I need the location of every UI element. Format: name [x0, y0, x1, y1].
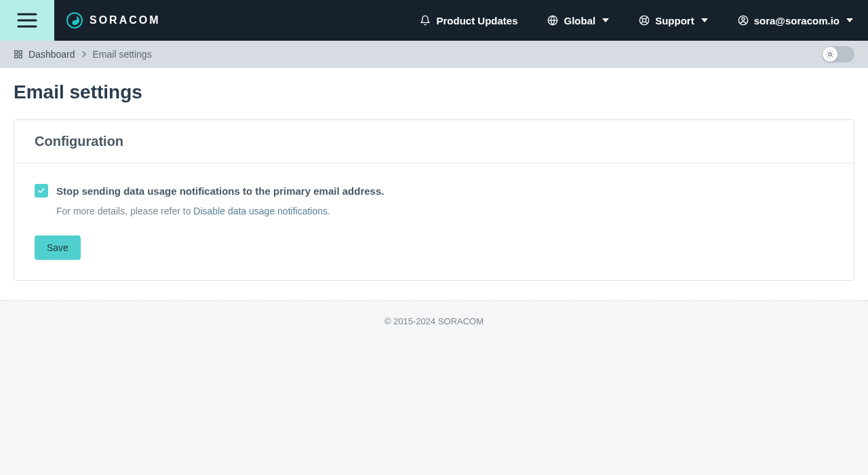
card-body: Stop sending data usage notifications to…: [14, 164, 854, 280]
breadcrumb-current: Email settings: [93, 49, 152, 60]
user-email-label: sora@soracom.io: [754, 15, 840, 26]
user-menu[interactable]: sora@soracom.io: [723, 0, 868, 41]
svg-point-7: [642, 18, 646, 22]
theme-toggle-knob: [823, 47, 837, 62]
theme-toggle[interactable]: [822, 46, 854, 62]
breadcrumb-separator: [81, 51, 87, 58]
breadcrumb-dashboard-link[interactable]: Dashboard: [28, 49, 75, 60]
svg-line-10: [646, 17, 648, 19]
support-icon: [639, 15, 650, 26]
svg-line-11: [641, 22, 643, 24]
product-updates-label: Product Updates: [436, 15, 517, 26]
card-title: Configuration: [35, 134, 833, 149]
caret-down-icon: [602, 18, 609, 22]
svg-rect-15: [19, 51, 22, 54]
configuration-card: Configuration Stop sending data usage no…: [14, 119, 854, 281]
globe-icon: [547, 15, 558, 26]
svg-rect-17: [15, 55, 18, 58]
page-title: Email settings: [14, 81, 854, 103]
breadcrumb-bar: Dashboard Email settings: [0, 41, 868, 68]
footer: © 2015-2024 SORACOM: [0, 301, 868, 475]
svg-line-21: [827, 52, 828, 52]
stop-notifications-label: Stop sending data usage notifications to…: [56, 185, 384, 197]
svg-line-22: [832, 56, 833, 57]
copyright-text: © 2015-2024 SORACOM: [384, 316, 484, 326]
svg-point-13: [742, 18, 745, 20]
region-label: Global: [564, 15, 595, 26]
chevron-right-icon: [81, 51, 87, 58]
save-button[interactable]: Save: [35, 235, 81, 260]
svg-point-18: [829, 53, 832, 56]
stop-notifications-row: Stop sending data usage notifications to…: [35, 184, 833, 197]
hamburger-icon: [17, 13, 37, 28]
help-prefix: For more details, please refer to: [56, 206, 193, 216]
card-header: Configuration: [14, 120, 854, 164]
svg-rect-16: [19, 55, 22, 58]
svg-line-9: [646, 22, 648, 24]
check-icon: [37, 187, 45, 195]
support-menu[interactable]: Support: [624, 0, 723, 41]
caret-down-icon: [846, 18, 853, 22]
brand-logo[interactable]: SORACOM: [54, 12, 161, 28]
region-selector[interactable]: Global: [532, 0, 624, 41]
product-updates-button[interactable]: Product Updates: [405, 0, 532, 41]
disable-notifications-link[interactable]: Disable data usage notifications: [193, 206, 328, 216]
svg-rect-14: [15, 51, 18, 54]
bell-icon: [420, 15, 431, 26]
user-icon: [738, 15, 749, 26]
main-content: Email settings Configuration Stop sendin…: [0, 68, 868, 301]
svg-line-25: [827, 56, 828, 57]
dashboard-icon: [14, 50, 23, 59]
top-nav: SORACOM Product Updates Global Support: [0, 0, 868, 41]
sun-icon: [825, 50, 835, 59]
svg-line-8: [641, 17, 643, 19]
brand-mark-icon: [66, 12, 83, 28]
support-label: Support: [655, 15, 694, 26]
help-suffix: .: [328, 206, 330, 216]
hamburger-menu-button[interactable]: [0, 0, 54, 41]
stop-notifications-checkbox[interactable]: [35, 184, 48, 197]
caret-down-icon: [701, 18, 708, 22]
brand-name: SORACOM: [90, 14, 161, 26]
help-text: For more details, please refer to Disabl…: [56, 206, 833, 216]
svg-line-26: [832, 52, 833, 52]
